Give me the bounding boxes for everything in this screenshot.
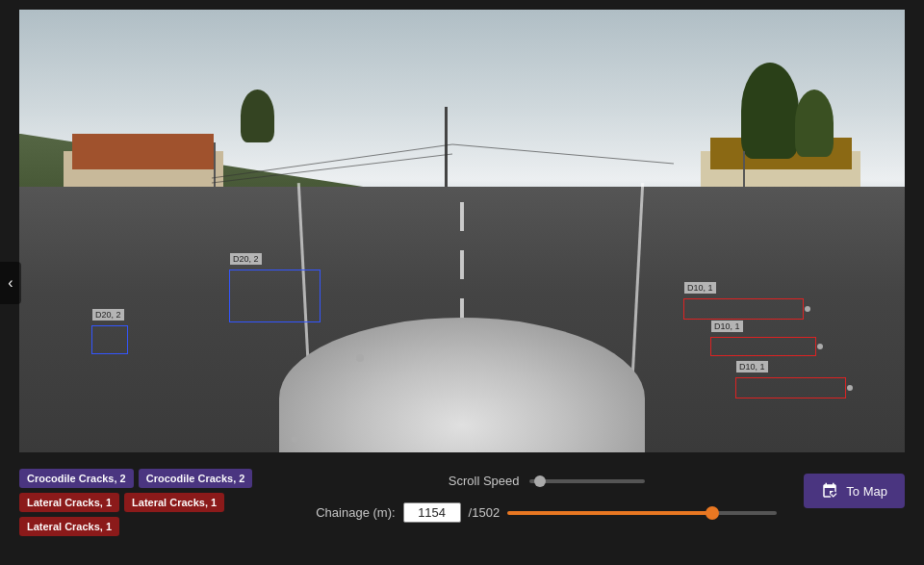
road-dot-1 xyxy=(356,354,364,362)
road-dot-2 xyxy=(292,436,298,443)
scroll-speed-row: Scroll Speed xyxy=(449,474,645,488)
tree-right-2 xyxy=(795,90,834,157)
badge-row-3: Lateral Cracks, 1 xyxy=(19,517,289,536)
map-icon xyxy=(821,482,838,500)
tree-left xyxy=(241,90,274,142)
crocodile-cracks-badge-1[interactable]: Crocodile Cracks, 2 xyxy=(19,469,134,488)
to-map-label: To Map xyxy=(846,484,887,499)
bottom-panel: Crocodile Cracks, 2 Crocodile Cracks, 2 … xyxy=(0,459,924,565)
left-arrow-icon: ‹ xyxy=(8,274,13,292)
road-view: D20, 2 D20, 2 D10, 1 D10, 1 D10, 1 xyxy=(19,10,905,452)
lateral-cracks-badge-2[interactable]: Lateral Cracks, 1 xyxy=(124,493,224,512)
lateral-cracks-badge-3[interactable]: Lateral Cracks, 1 xyxy=(19,517,119,536)
chainage-label: Chainage (m): xyxy=(316,505,395,520)
chainage-slider[interactable] xyxy=(507,511,777,515)
scroll-speed-thumb xyxy=(534,475,546,487)
crocodile-cracks-badge-2[interactable]: Crocodile Cracks, 2 xyxy=(139,469,253,488)
to-map-button[interactable]: To Map xyxy=(804,474,905,508)
scroll-speed-slider[interactable] xyxy=(529,479,645,483)
scroll-speed-label: Scroll Speed xyxy=(449,474,520,488)
middle-controls: Scroll Speed Chainage (m): /1502 xyxy=(289,469,804,523)
badges-column: Crocodile Cracks, 2 Crocodile Cracks, 2 … xyxy=(19,469,289,536)
chainage-slider-thumb xyxy=(706,506,719,520)
badge-row-1: Crocodile Cracks, 2 Crocodile Cracks, 2 xyxy=(19,469,289,488)
tree-right-big xyxy=(741,63,799,159)
badge-row-2: Lateral Cracks, 1 Lateral Cracks, 1 xyxy=(19,493,289,512)
roof-left xyxy=(72,134,214,169)
chainage-row: Chainage (m): /1502 xyxy=(316,502,777,523)
chainage-max: /1502 xyxy=(469,505,500,520)
lateral-cracks-badge-1[interactable]: Lateral Cracks, 1 xyxy=(19,493,119,512)
prev-nav-arrow[interactable]: ‹ xyxy=(0,262,21,304)
chainage-input[interactable] xyxy=(403,502,461,523)
